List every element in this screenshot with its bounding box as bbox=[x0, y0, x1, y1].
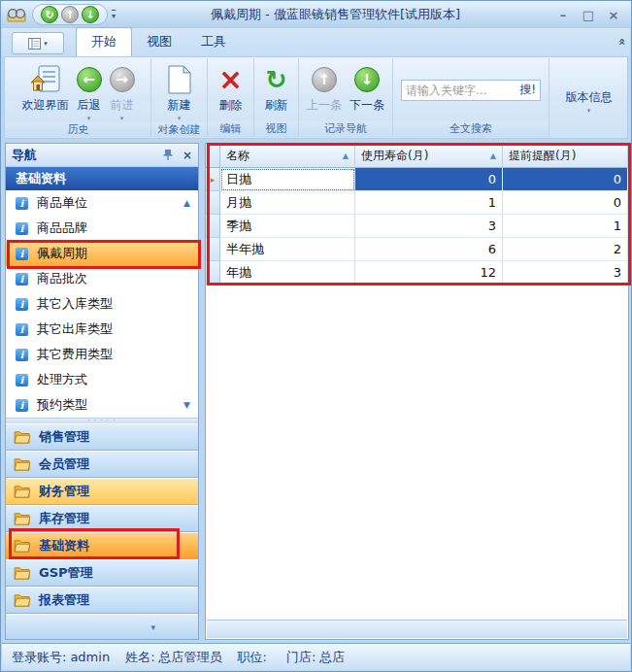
table-row[interactable]: 月抛 1 0 bbox=[206, 191, 628, 215]
group-label-history: 历史 bbox=[6, 122, 150, 137]
cell-life[interactable]: 12 bbox=[355, 261, 503, 285]
tab-start[interactable]: 开始 bbox=[76, 27, 132, 56]
group-label-search: 全文搜索 bbox=[393, 121, 549, 137]
folder-icon bbox=[14, 539, 31, 553]
navigation-title: 导航 bbox=[12, 147, 163, 164]
cell-life[interactable]: 0 bbox=[355, 168, 503, 191]
folder-icon bbox=[14, 512, 31, 525]
table-row[interactable]: 半年抛 6 2 bbox=[206, 238, 628, 261]
table-row[interactable]: ▸ 日抛 0 0 bbox=[206, 168, 628, 191]
info-icon: i bbox=[16, 374, 28, 386]
sidebar-group-basic-data[interactable]: 基础资料 bbox=[6, 532, 198, 559]
group-label-create: 对象创建 bbox=[151, 122, 207, 137]
ribbon-group-history: 欢迎界面 ← 后退 ▾ → 前进 ▾ 历史 bbox=[6, 58, 151, 137]
cell-name[interactable]: 年抛 bbox=[220, 261, 355, 285]
scroll-up-icon[interactable]: ▲ bbox=[183, 198, 190, 208]
overflow-chevron-icon[interactable]: ▾ bbox=[150, 622, 155, 632]
back-button[interactable]: ← 后退 ▾ bbox=[73, 61, 106, 122]
cell-life[interactable]: 6 bbox=[355, 238, 503, 261]
navigation-close-icon[interactable]: × bbox=[183, 149, 192, 162]
column-header-name[interactable]: 名称 ▲ bbox=[220, 144, 355, 168]
sidebar-item-product-brand[interactable]: i 商品品牌 bbox=[6, 216, 198, 241]
cell-name[interactable]: 季抛 bbox=[220, 215, 355, 238]
user-name-label: 姓名: bbox=[125, 649, 154, 666]
quick-up-icon[interactable]: ↑ bbox=[61, 6, 79, 23]
sidebar-item-other-outbound-type[interactable]: i 其它出库类型 bbox=[6, 317, 198, 342]
info-icon: i bbox=[16, 399, 28, 412]
cell-remind[interactable]: 1 bbox=[503, 215, 628, 238]
info-icon: i bbox=[16, 248, 28, 260]
search-input[interactable] bbox=[406, 84, 517, 97]
quick-refresh-icon[interactable]: ↻ bbox=[41, 6, 58, 23]
row-indicator bbox=[206, 191, 220, 215]
ribbon-tab-row: ▾ 开始 视图 工具 « bbox=[2, 28, 630, 56]
cell-life[interactable]: 1 bbox=[355, 191, 503, 215]
sidebar-group-finance[interactable]: 财务管理 bbox=[6, 478, 198, 505]
sidebar-group-member[interactable]: 会员管理 bbox=[6, 451, 198, 478]
navigation-pane: 导航 × 基础资料 i 商品单位 ▲ i 商品品牌 i 佩戴周期 bbox=[5, 143, 199, 640]
row-indicator: ▸ bbox=[206, 168, 220, 191]
minimize-button[interactable]: – bbox=[555, 8, 571, 22]
sidebar-group-gsp[interactable]: GSP管理 bbox=[6, 559, 198, 587]
folder-icon bbox=[14, 485, 31, 498]
sidebar-item-handling-method[interactable]: i 处理方式 bbox=[6, 367, 198, 392]
app-menu-caret-icon: ▾ bbox=[44, 40, 48, 48]
ribbon-group-version: 版本信息 ▾ bbox=[551, 58, 626, 137]
cell-remind[interactable]: 3 bbox=[503, 261, 628, 285]
info-icon: i bbox=[16, 298, 28, 311]
forward-button[interactable]: → 前进 ▾ bbox=[106, 61, 139, 122]
info-icon: i bbox=[16, 323, 28, 336]
tab-view[interactable]: 视图 bbox=[132, 28, 186, 56]
column-header-life[interactable]: 使用寿命(月) ▲ bbox=[355, 144, 503, 168]
table-row[interactable]: 年抛 12 3 bbox=[206, 261, 628, 285]
search-go-button[interactable]: 搜! bbox=[517, 82, 536, 98]
column-header-remind[interactable]: 提前提醒(月) bbox=[503, 144, 628, 168]
collapse-ribbon-icon[interactable]: « bbox=[615, 38, 629, 46]
quick-down-icon[interactable]: ↓ bbox=[82, 6, 99, 23]
application-menu-button[interactable]: ▾ bbox=[12, 32, 64, 54]
scroll-down-icon[interactable]: ▼ bbox=[183, 400, 190, 410]
sidebar-item-other-expense-type[interactable]: i 其它费用类型 bbox=[6, 342, 198, 367]
login-account-label: 登录账号: bbox=[12, 649, 66, 666]
folder-icon bbox=[14, 457, 31, 471]
search-box: 搜! bbox=[401, 80, 541, 101]
sidebar-item-appointment-type[interactable]: i 预约类型 ▼ bbox=[6, 392, 198, 418]
sidebar-item-product-unit[interactable]: i 商品单位 ▲ bbox=[6, 190, 198, 216]
folder-icon bbox=[14, 566, 31, 580]
sidebar-item-product-batch[interactable]: i 商品批次 bbox=[6, 266, 198, 291]
cell-remind[interactable]: 0 bbox=[503, 191, 628, 215]
cell-name[interactable]: 半年抛 bbox=[220, 238, 355, 261]
cell-remind[interactable]: 2 bbox=[503, 238, 628, 261]
cell-name[interactable]: 日抛 bbox=[220, 168, 355, 191]
welcome-button[interactable]: 欢迎界面 bbox=[18, 61, 73, 122]
table-row[interactable]: 季抛 3 1 bbox=[206, 215, 628, 238]
cell-life[interactable]: 3 bbox=[355, 215, 503, 238]
info-icon: i bbox=[16, 273, 28, 286]
forward-icon: → bbox=[110, 67, 135, 92]
tab-tools[interactable]: 工具 bbox=[186, 28, 241, 56]
version-info-button[interactable]: 版本信息 ▾ bbox=[554, 65, 624, 135]
row-indicator bbox=[206, 261, 220, 285]
close-button[interactable]: × bbox=[606, 8, 621, 22]
sidebar-group-sales[interactable]: 销售管理 bbox=[6, 423, 198, 451]
sidebar-item-other-inbound-type[interactable]: i 其它入库类型 bbox=[6, 291, 198, 317]
next-record-icon: ↓ bbox=[354, 67, 380, 92]
next-record-button[interactable]: ↓ 下一条 bbox=[346, 61, 388, 121]
navigation-overflow-bar: ▾ bbox=[6, 614, 198, 639]
cell-name[interactable]: 月抛 bbox=[220, 191, 355, 215]
title-bar: ↻ ↑ ↓ ▾ 佩戴周期 - 傲蓝眼镜销售管理软件[试用版本] – □ × bbox=[1, 1, 631, 28]
sidebar-group-report[interactable]: 报表管理 bbox=[6, 587, 198, 614]
sidebar-item-wearing-cycle[interactable]: i 佩戴周期 bbox=[6, 241, 198, 266]
new-button[interactable]: 新建 ▾ bbox=[164, 61, 195, 122]
quick-access-toolbar: ↻ ↑ ↓ bbox=[32, 4, 108, 25]
maximize-button[interactable]: □ bbox=[581, 8, 596, 22]
new-dropdown-icon: ▾ bbox=[178, 115, 182, 122]
previous-record-button[interactable]: ↑ 上一条 bbox=[303, 61, 346, 121]
refresh-button[interactable]: ↻ 刷新 bbox=[261, 61, 292, 121]
previous-record-icon: ↑ bbox=[312, 67, 337, 92]
row-indicator bbox=[206, 238, 220, 261]
cell-remind[interactable]: 0 bbox=[503, 168, 628, 191]
delete-button[interactable]: × 删除 bbox=[215, 61, 247, 121]
pin-icon[interactable] bbox=[163, 149, 173, 161]
sidebar-group-inventory[interactable]: 库存管理 bbox=[6, 505, 198, 532]
